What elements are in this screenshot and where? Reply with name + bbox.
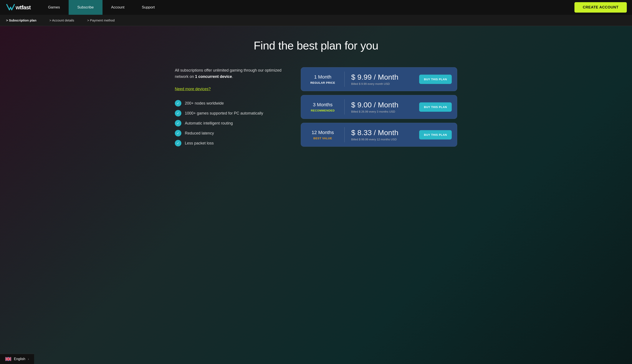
logo-text: wtfast <box>16 4 31 11</box>
check-icon: ✓ <box>175 140 181 146</box>
nav-support[interactable]: Support <box>133 0 163 15</box>
description-bold: 1 concurrent device <box>195 74 232 79</box>
check-icon: ✓ <box>175 110 181 116</box>
left-column: All subscriptions offer unlimited gaming… <box>175 67 288 146</box>
plan-12months-price: $ 8.33 / Month <box>351 128 413 137</box>
plans-column: 1 Month REGULAR PRICE $ 9.99 / Month Bil… <box>301 67 457 147</box>
breadcrumb-account-details[interactable]: > Account details <box>50 18 74 22</box>
plan-3months-price: $ 9.00 / Month <box>351 101 413 109</box>
plan-1month-billing: Billed $ 9.99 every month USD <box>351 82 413 86</box>
feature-item: ✓ 1000+ games supported for PC automatic… <box>175 110 288 116</box>
buy-1month-button[interactable]: BUY THIS PLAN <box>419 74 452 84</box>
plan-1month-badge: REGULAR PRICE <box>309 81 337 84</box>
more-devices-link[interactable]: Need more devices? <box>175 87 211 91</box>
feature-item: ✓ Reduced latency <box>175 130 288 136</box>
plan-3months-price-area: $ 9.00 / Month Billed $ 26.99 every 3 mo… <box>345 96 419 118</box>
plan-1month-price-area: $ 9.99 / Month Billed $ 9.99 every month… <box>345 68 419 90</box>
buy-3months-button[interactable]: BUY THIS PLAN <box>419 102 452 112</box>
plan-1month: 1 Month REGULAR PRICE $ 9.99 / Month Bil… <box>301 67 457 91</box>
plan-12months-duration: 12 Months <box>309 130 337 135</box>
plan-12months: 12 Months BEST VALUE $ 8.33 / Month Bill… <box>301 123 457 147</box>
content-row: All subscriptions offer unlimited gaming… <box>175 67 457 147</box>
language-label: English <box>14 357 25 361</box>
plan-1month-left: 1 Month REGULAR PRICE <box>301 69 344 90</box>
flag-icon <box>5 357 11 361</box>
nav-account[interactable]: Account <box>103 0 133 15</box>
feature-label: 1000+ games supported for PC automatical… <box>185 111 263 116</box>
check-icon: ✓ <box>175 120 181 126</box>
nav-games[interactable]: Games <box>39 0 69 15</box>
feature-item: ✓ Less packet loss <box>175 140 288 146</box>
plan-12months-left: 12 Months BEST VALUE <box>301 124 344 145</box>
check-icon: ✓ <box>175 130 181 136</box>
buy-12months-button[interactable]: BUY THIS PLAN <box>419 130 452 140</box>
nav-subscribe[interactable]: Subscribe <box>69 0 103 15</box>
description-after: . <box>232 74 233 79</box>
main-content: Find the best plan for you All subscript… <box>0 26 632 364</box>
feature-label: Automatic intelligent routing <box>185 121 233 126</box>
language-arrow-icon: › <box>28 357 29 361</box>
breadcrumb-payment-method[interactable]: > Payment method <box>87 18 114 22</box>
features-list: ✓ 200+ nodes worldwide ✓ 1000+ games sup… <box>175 100 288 146</box>
feature-label: 200+ nodes worldwide <box>185 101 224 106</box>
plan-3months-duration: 3 Months <box>309 102 337 108</box>
navbar: wtfast Games Subscribe Account Support C… <box>0 0 632 15</box>
plan-3months: 3 Months RECOMMENDED $ 9.00 / Month Bill… <box>301 95 457 119</box>
plan-3months-left: 3 Months RECOMMENDED <box>301 97 344 117</box>
language-selector[interactable]: English › <box>0 354 34 364</box>
feature-item: ✓ 200+ nodes worldwide <box>175 100 288 106</box>
logo[interactable]: wtfast <box>5 2 31 12</box>
page-title: Find the best plan for you <box>17 39 615 52</box>
breadcrumb: > Subscription plan > Account details > … <box>0 15 632 26</box>
plan-3months-billing: Billed $ 26.99 every 3 months USD <box>351 110 413 113</box>
check-icon: ✓ <box>175 100 181 106</box>
breadcrumb-subscription-plan[interactable]: > Subscription plan <box>6 18 37 22</box>
create-account-button[interactable]: CREATE ACCOUNT <box>574 2 627 12</box>
plan-12months-billing: Billed $ 99.99 every 12 months USD <box>351 138 413 141</box>
plan-12months-price-area: $ 8.33 / Month Billed $ 99.99 every 12 m… <box>345 124 419 145</box>
plan-12months-badge: BEST VALUE <box>309 137 337 140</box>
plan-1month-duration: 1 Month <box>309 74 337 80</box>
feature-label: Less packet loss <box>185 141 214 146</box>
description-text: All subscriptions offer unlimited gaming… <box>175 67 288 92</box>
feature-label: Reduced latency <box>185 131 214 136</box>
feature-item: ✓ Automatic intelligent routing <box>175 120 288 126</box>
nav-links: Games Subscribe Account Support <box>39 0 307 15</box>
plan-1month-price: $ 9.99 / Month <box>351 73 413 81</box>
plan-3months-badge: RECOMMENDED <box>309 109 337 112</box>
